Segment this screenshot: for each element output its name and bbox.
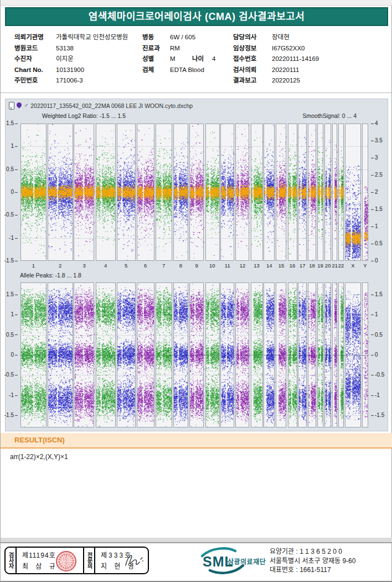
cma-viewer-block: ♂ 20220117_135542_002_22MA 0068 LEE JI W… xyxy=(5,99,388,431)
info-row: 검체EDTA Blood xyxy=(142,65,215,76)
info-value: 20220125 xyxy=(272,75,300,86)
allele-right-axis: 1.510.50-0.5-1-1.5 xyxy=(370,282,388,428)
axis-tick-label: 0.5 xyxy=(6,166,19,172)
allele-peaks-title: Allele Peaks: -1.8 ... 1.8 xyxy=(20,272,81,279)
chromosome-label: 1 xyxy=(32,262,35,269)
result-section-header: RESULT(ISCN) xyxy=(1,433,392,449)
log2-ratio-canvas xyxy=(20,123,369,261)
report-title: 염색체마이크로어레이검사 (CMA) 검사결과보고서 xyxy=(5,7,388,26)
org-street-line: 서울특별시 서초구 양재동 9-60 xyxy=(270,557,355,566)
patient-info-col1: 의뢰기관명가톨릭대학교 인천성모병원병원코드53138수진자이지운Chart N… xyxy=(14,32,128,86)
chromosome-label: 14 xyxy=(266,262,272,269)
organization-name: 삼광의료재단 xyxy=(228,557,266,566)
chromosome-label: 19 xyxy=(317,262,323,269)
axis-tick-label: 0.5 xyxy=(6,332,19,338)
patient-info-col2: 병동6W / 605진료과RM성별M나이4검체EDTA Blood xyxy=(142,32,215,75)
chromosome-label: 8 xyxy=(179,262,182,269)
red-seal-stamp xyxy=(56,551,76,571)
info-row: 접수번호20220111-14169 xyxy=(233,54,319,65)
info-row: 임상정보I67G52XX0 xyxy=(233,43,319,54)
chromosome-label: 22 xyxy=(338,262,344,269)
chromosome-label: 7 xyxy=(162,262,165,269)
separator-line xyxy=(1,92,392,93)
specialist-cell: 제333호 지 현 영 xyxy=(95,548,148,573)
chromosome-label: X xyxy=(351,262,354,269)
axis-tick-label: 0 xyxy=(370,352,378,358)
examiner-cell: 제11194호 최 삼 규 xyxy=(17,548,83,573)
info-value: 장대현 xyxy=(272,32,290,43)
top-strip xyxy=(1,0,392,6)
axis-tick-label: 0.5 xyxy=(370,240,383,246)
info-row: 검사의뢰20220111 xyxy=(233,65,319,76)
signature-stamp-box: 검사자 제11194호 최 삼 규 전문의 제333호 지 현 영 xyxy=(4,547,149,574)
viewer-header: ♂ 20220117_135542_002_22MA 0068 LEE JI W… xyxy=(9,101,193,110)
axis-tick-label: 2.5 xyxy=(370,172,383,178)
info-label: 접수번호 xyxy=(233,54,272,65)
axis-tick-label: 1 xyxy=(370,223,378,229)
chromosome-label: 20 xyxy=(325,262,331,269)
chromosome-label: 6 xyxy=(144,262,147,269)
axis-tick-label: 3.5 xyxy=(370,137,383,143)
info-value: 6W / 605 xyxy=(170,32,192,43)
axis-tick-label: -0.5 xyxy=(4,372,19,378)
axis-tick-label: 4 xyxy=(370,120,378,126)
iscn-result-value: arr(1-22)×2,(X,Y)×1 xyxy=(10,453,68,461)
info-value: 이지운 xyxy=(56,54,74,65)
info-value: 4 xyxy=(212,54,215,65)
log2-left-axis: 1.510.50-0.5-1-1.5 xyxy=(6,123,19,261)
info-row: 의뢰기관명가톨릭대학교 인천성모병원 xyxy=(14,32,128,43)
info-value: RM xyxy=(170,43,192,54)
axis-tick-label: -1 xyxy=(9,235,19,241)
info-row: 담당의사장대현 xyxy=(233,32,319,43)
male-icon: ♂ xyxy=(24,102,28,109)
info-label: 결과보고 xyxy=(233,75,272,86)
chromosome-label: 15 xyxy=(278,262,285,269)
chromosome-label: 4 xyxy=(104,262,107,269)
log2-ratio-title: Weighted Log2 Ratio: -1.5 ... 1.5 xyxy=(42,112,126,119)
info-label: 담당의사 xyxy=(233,32,272,43)
axis-tick-label: 1.5 xyxy=(6,291,19,297)
info-row: 진료과RM xyxy=(142,43,215,54)
axis-tick-label: -1.5 xyxy=(4,412,19,418)
footer-separator-band xyxy=(1,538,392,543)
axis-tick-label: 2 xyxy=(370,189,378,195)
sample-filename: 20220117_135542_002_22MA 0068 LEE JI WOO… xyxy=(30,102,193,109)
info-row: 수진자이지운 xyxy=(14,54,128,65)
info-value: M xyxy=(170,54,192,65)
handwritten-signature xyxy=(122,551,146,570)
chromosome-label: 12 xyxy=(240,262,246,269)
chromosome-label: 11 xyxy=(225,262,230,269)
info-value: 10131900 xyxy=(56,65,84,76)
axis-tick-label: 0 xyxy=(370,257,378,264)
chromosome-label: 16 xyxy=(290,262,296,269)
chromosome-label: 13 xyxy=(254,262,260,269)
chromosome-label: 5 xyxy=(125,262,127,269)
org-phone-line: 대표번호 : 1661-5117 xyxy=(270,565,355,575)
allele-peaks-canvas xyxy=(20,282,369,428)
info-row: 주민번호171006-3 xyxy=(14,75,128,86)
info-value: I67G52XX0 xyxy=(272,43,305,54)
info-label: 성별 xyxy=(142,54,170,65)
chromosome-label: 2 xyxy=(59,262,61,269)
axis-tick-label: 1 xyxy=(11,311,19,317)
examiner-role-label: 검사자 xyxy=(6,548,17,573)
axis-tick-label: 1.5 xyxy=(6,120,19,126)
axis-tick-label: -1.5 xyxy=(370,412,384,418)
info-row: 병동6W / 605 xyxy=(142,32,215,43)
axis-tick-label: -1 xyxy=(370,392,380,398)
info-row: 결과보고20220125 xyxy=(233,75,319,86)
info-label: 검사의뢰 xyxy=(233,65,272,76)
smoothsignal-right-axis: 43.532.521.510.50 xyxy=(370,123,388,261)
document-icon xyxy=(9,102,14,110)
chromosome-label: 18 xyxy=(309,262,315,269)
info-row: Chart No.10131900 xyxy=(14,65,128,76)
org-code-line: 요양기관 : 1 1 3 6 5 2 0 0 xyxy=(270,547,355,557)
info-label: 임상정보 xyxy=(233,43,272,54)
marker-icon xyxy=(16,101,23,109)
axis-tick-label: 0.5 xyxy=(370,332,383,338)
chromosome-label: 9 xyxy=(195,262,198,269)
axis-tick-label: 1 xyxy=(11,143,19,149)
info-label: 나이 xyxy=(192,54,212,65)
axis-tick-label: 3 xyxy=(370,154,378,161)
info-label: 진료과 xyxy=(142,43,170,54)
